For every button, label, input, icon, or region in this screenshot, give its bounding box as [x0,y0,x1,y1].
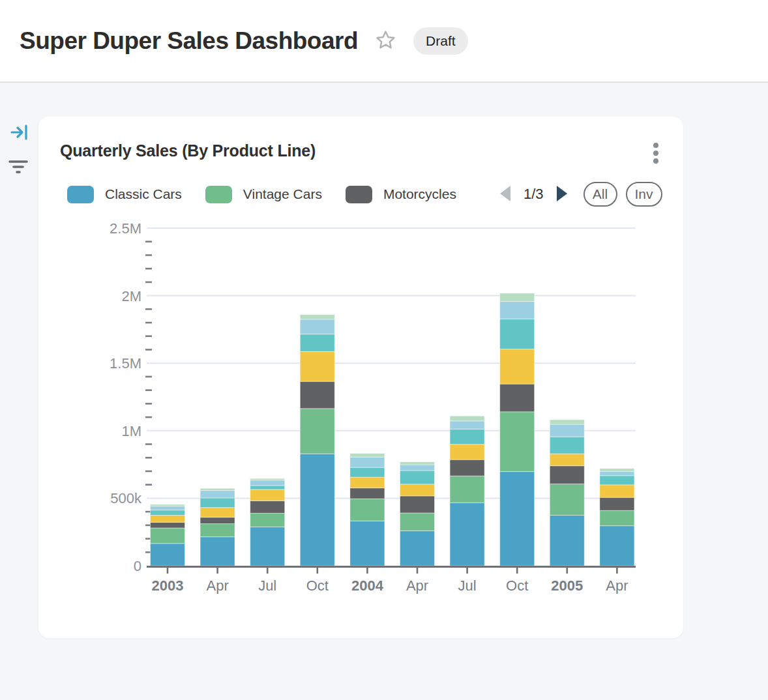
bar-segment[interactable] [500,412,535,472]
bar-segment[interactable] [151,528,185,544]
bar-segment[interactable] [250,480,285,486]
bar-segment[interactable] [600,471,634,476]
bar-segment[interactable] [300,381,334,409]
quarterly-sales-chart[interactable]: 0500k1M1.5M2M2.5M2003AprJulOct2004AprJul… [38,214,683,625]
bar-segment[interactable] [200,498,235,508]
bar-segment[interactable] [250,486,285,489]
kebab-icon [653,158,658,164]
bar-segment[interactable] [400,484,435,496]
bar-segment[interactable] [500,319,535,349]
bar-segment[interactable] [500,349,535,384]
bar-segment[interactable] [400,471,435,484]
bar-segment[interactable] [350,454,385,458]
bar-segment[interactable] [200,537,235,566]
card-menu-button[interactable] [649,139,662,168]
bar-segment[interactable] [300,351,334,381]
legend-prev-button[interactable] [497,183,514,206]
bar-segment[interactable] [600,476,634,485]
bar-segment[interactable] [350,477,385,488]
bar-segment[interactable] [450,429,484,444]
bar-segment[interactable] [250,527,285,566]
bar-segment[interactable] [600,526,634,566]
bar-segment[interactable] [200,518,235,524]
bar-segment[interactable] [350,467,385,477]
bar-segment[interactable] [450,503,484,566]
bar-segment[interactable] [600,497,634,510]
inv-button[interactable]: Inv [626,182,662,207]
bar-segment[interactable] [550,437,584,454]
bar-segment[interactable] [450,421,484,429]
bar-segment[interactable] [200,488,235,490]
bar-segment[interactable] [250,501,285,513]
bar-segment[interactable] [151,544,185,566]
bar-Jul[interactable] [250,478,285,566]
bar-Apr[interactable] [600,469,634,566]
bar-segment[interactable] [500,302,535,319]
bar-segment[interactable] [550,424,584,437]
bar-segment[interactable] [300,409,334,454]
bar-segment[interactable] [350,521,385,566]
bar-segment[interactable] [400,513,435,531]
bar-segment[interactable] [450,476,484,503]
legend-item-classic-cars[interactable]: Classic Cars [67,186,182,203]
bar-segment[interactable] [500,293,535,302]
bar-segment[interactable] [550,466,584,484]
bar-segment[interactable] [250,478,285,480]
bar-segment[interactable] [350,457,385,467]
bar-segment[interactable] [350,488,385,499]
bar-segment[interactable] [450,459,484,476]
legend-next-button[interactable] [554,183,570,206]
bar-Jul[interactable] [450,416,484,566]
x-axis-tick-label: Jul [458,577,477,594]
bar-segment[interactable] [151,516,185,523]
bar-segment[interactable] [300,319,334,334]
bar-segment[interactable] [600,485,634,497]
bar-segment[interactable] [300,454,334,566]
favorite-star-button[interactable] [375,29,396,53]
bar-segment[interactable] [350,499,385,521]
bar-segment[interactable] [400,462,435,465]
bar-Oct[interactable] [300,315,334,566]
bar-segment[interactable] [600,510,634,525]
bar-Oct[interactable] [500,293,535,566]
bar-segment[interactable] [200,524,235,537]
bar-segment[interactable] [450,416,484,421]
bar-segment[interactable] [151,510,185,516]
bar-segment[interactable] [200,491,235,498]
y-axis-tick-label: 2M [121,288,141,304]
bar-segment[interactable] [550,420,584,424]
bar-2005[interactable] [550,420,584,566]
bar-2003[interactable] [151,504,185,566]
x-axis-tick-label: Apr [206,577,228,594]
filter-button[interactable] [8,158,28,177]
bar-segment[interactable] [300,315,334,319]
collapse-panel-button[interactable] [10,124,29,143]
legend-page-indicator: 1/3 [524,186,544,203]
bar-segment[interactable] [151,504,185,506]
legend-label: Motorcycles [383,186,456,202]
all-button[interactable]: All [583,182,617,207]
bar-segment[interactable] [151,506,185,510]
legend-row: Classic Cars Vintage Cars Motorcycles 1/… [67,183,666,205]
bar-segment[interactable] [300,334,334,352]
bar-segment[interactable] [250,489,285,501]
bar-2004[interactable] [350,454,385,566]
legend-item-vintage-cars[interactable]: Vintage Cars [205,186,322,203]
bar-segment[interactable] [450,445,484,459]
bar-Apr[interactable] [400,462,435,566]
bar-segment[interactable] [550,454,584,465]
bar-segment[interactable] [600,469,634,471]
bar-segment[interactable] [550,516,584,566]
page-title: Super Duper Sales Dashboard [20,27,358,55]
bar-Apr[interactable] [200,488,235,566]
bar-segment[interactable] [151,522,185,528]
legend-item-motorcycles[interactable]: Motorcycles [346,186,456,203]
bar-segment[interactable] [500,472,535,566]
bar-segment[interactable] [550,484,584,515]
bar-segment[interactable] [250,513,285,527]
bar-segment[interactable] [400,465,435,471]
bar-segment[interactable] [200,508,235,518]
bar-segment[interactable] [400,496,435,513]
bar-segment[interactable] [500,384,535,412]
bar-segment[interactable] [400,531,435,566]
